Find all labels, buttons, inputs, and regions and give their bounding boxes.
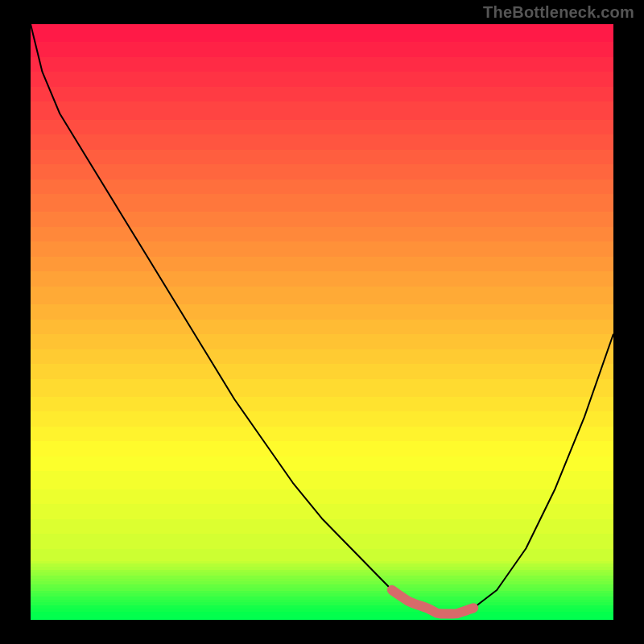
- trough-highlight: [392, 590, 473, 614]
- bottleneck-curve: [31, 24, 613, 614]
- watermark-text: TheBottleneck.com: [483, 3, 634, 22]
- plot-area: [31, 24, 613, 620]
- chart-frame: TheBottleneck.com: [0, 0, 644, 644]
- chart-lines-svg: [31, 24, 613, 620]
